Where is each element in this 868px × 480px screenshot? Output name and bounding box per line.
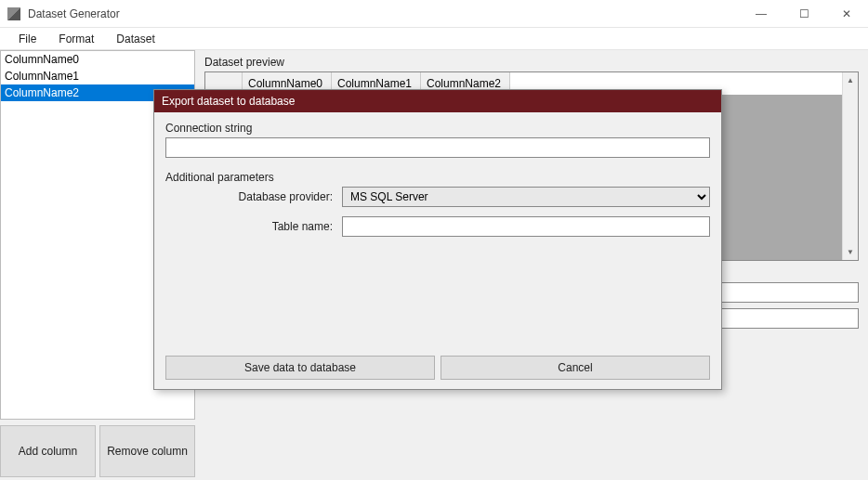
dialog-title: Export dataset to database <box>154 90 721 112</box>
scroll-down-icon[interactable]: ▼ <box>843 244 858 260</box>
list-item[interactable]: ColumnName1 <box>1 68 194 84</box>
window-controls: — ☐ ✕ <box>740 0 868 27</box>
menu-format[interactable]: Format <box>47 30 105 48</box>
export-dialog: Export dataset to database Connection st… <box>153 89 722 390</box>
minimize-button[interactable]: — <box>740 0 783 27</box>
cancel-button[interactable]: Cancel <box>441 356 710 380</box>
preview-label: Dataset preview <box>204 56 859 69</box>
close-button[interactable]: ✕ <box>825 0 868 27</box>
table-name-label: Table name: <box>165 220 342 233</box>
table-name-input[interactable] <box>342 216 710 237</box>
aux-inputs <box>710 282 859 334</box>
vertical-scrollbar[interactable]: ▲ ▼ <box>842 72 858 260</box>
column-buttons: Add column Remove column <box>0 425 195 477</box>
save-button[interactable]: Save data to database <box>165 356 435 380</box>
add-column-button[interactable]: Add column <box>0 425 96 477</box>
aux-input-2[interactable] <box>710 308 859 329</box>
scroll-up-icon[interactable]: ▲ <box>843 72 858 88</box>
menubar: File Format Dataset <box>0 28 868 50</box>
app-icon <box>7 7 20 20</box>
titlebar: Dataset Generator — ☐ ✕ <box>0 0 868 28</box>
maximize-button[interactable]: ☐ <box>783 0 825 27</box>
aux-input-1[interactable] <box>710 282 859 303</box>
dialog-buttons: Save data to database Cancel <box>154 356 721 389</box>
additional-params-label: Additional parameters <box>165 171 710 184</box>
database-provider-select[interactable]: MS SQL Server <box>342 187 710 207</box>
tablename-row: Table name: <box>165 216 710 237</box>
list-item[interactable]: ColumnName0 <box>1 51 194 68</box>
remove-column-button[interactable]: Remove column <box>99 425 195 477</box>
connection-string-label: Connection string <box>165 122 710 135</box>
provider-label: Database provider: <box>165 190 342 203</box>
provider-row: Database provider: MS SQL Server <box>165 187 710 207</box>
menu-dataset[interactable]: Dataset <box>105 30 165 48</box>
dialog-body: Connection string Additional parameters … <box>154 112 721 356</box>
window-title: Dataset Generator <box>28 7 740 20</box>
menu-file[interactable]: File <box>7 30 47 48</box>
connection-string-input[interactable] <box>165 137 710 158</box>
